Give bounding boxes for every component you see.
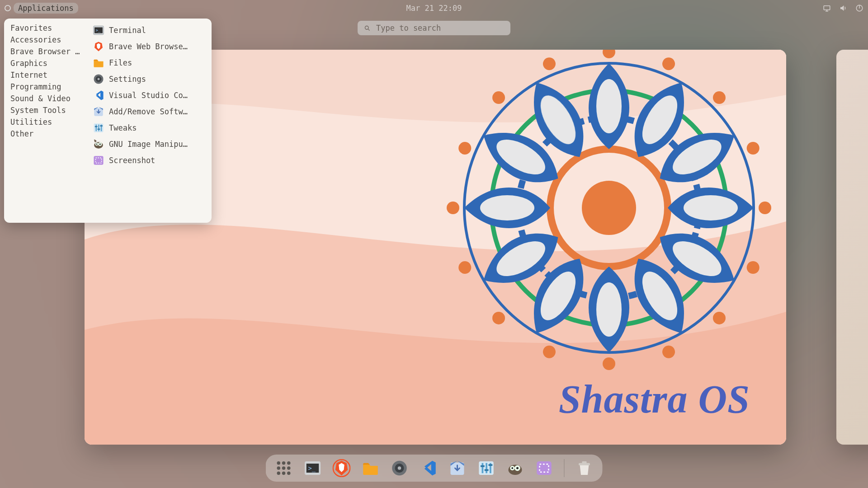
menu-app-brave[interactable]: Brave Web Browse… xyxy=(86,38,212,55)
os-brand-text: Shastra OS xyxy=(559,376,750,422)
category-favorites[interactable]: Favorites xyxy=(4,22,86,34)
menu-app-label: Tweaks xyxy=(109,123,137,132)
svg-rect-53 xyxy=(481,465,485,467)
trash-icon[interactable] xyxy=(576,459,594,477)
menu-app-label: Terminal xyxy=(109,26,146,35)
tweaks-icon xyxy=(93,122,104,134)
apps-grid-icon[interactable] xyxy=(275,459,293,477)
menu-app-label: Screenshot xyxy=(109,156,155,165)
category-sound-video[interactable]: Sound & Video xyxy=(4,93,86,104)
category-brave[interactable]: Brave Browser Be… xyxy=(4,46,86,57)
category-system-tools[interactable]: System Tools xyxy=(4,104,86,116)
svg-point-40 xyxy=(287,472,291,475)
power-icon[interactable] xyxy=(855,4,863,12)
svg-point-16 xyxy=(98,78,100,80)
settings-icon[interactable] xyxy=(391,459,409,477)
gimp-icon[interactable] xyxy=(506,459,524,477)
svg-point-33 xyxy=(282,461,286,465)
svg-point-38 xyxy=(277,472,281,475)
folder-icon[interactable] xyxy=(362,459,380,477)
svg-rect-64 xyxy=(582,461,587,464)
screen-icon[interactable] xyxy=(823,4,831,12)
volume-icon[interactable] xyxy=(839,4,847,12)
screenshot-icon[interactable] xyxy=(535,459,553,477)
menu-app-files[interactable]: Files xyxy=(86,55,212,71)
workspace-preview-next[interactable] xyxy=(836,50,868,445)
svg-rect-61 xyxy=(537,461,552,475)
svg-text:>_: >_ xyxy=(96,28,101,33)
svg-rect-51 xyxy=(486,463,487,474)
menu-app-screenshot[interactable]: Screenshot xyxy=(86,152,212,169)
menu-app-label: Add/Remove Softw… xyxy=(109,107,188,116)
svg-point-60 xyxy=(516,467,519,469)
software-icon[interactable] xyxy=(448,459,467,477)
svg-rect-24 xyxy=(100,125,103,126)
menu-categories: Favorites Accessories Brave Browser Be… … xyxy=(4,19,86,223)
settings-icon xyxy=(93,73,104,85)
svg-point-37 xyxy=(287,466,291,470)
svg-point-34 xyxy=(287,461,291,465)
search-icon xyxy=(364,25,371,32)
vscode-icon xyxy=(93,89,104,101)
svg-rect-50 xyxy=(482,463,484,474)
menu-app-label: Files xyxy=(109,58,132,67)
menu-app-terminal[interactable]: >_ Terminal xyxy=(86,22,212,38)
menu-app-vscode[interactable]: Visual Studio Co… xyxy=(86,87,212,103)
tweaks-icon[interactable] xyxy=(477,459,495,477)
brave-icon xyxy=(93,41,104,52)
category-accessories[interactable]: Accessories xyxy=(4,34,86,46)
svg-point-39 xyxy=(282,472,286,475)
svg-point-29 xyxy=(99,143,101,145)
svg-rect-0 xyxy=(824,6,830,10)
software-icon xyxy=(93,106,104,117)
search-input[interactable]: Type to search xyxy=(358,21,510,35)
svg-text:>_: >_ xyxy=(308,465,316,472)
menu-apps: >_ Terminal Brave Web Browse… Files Sett… xyxy=(86,19,212,223)
category-graphics[interactable]: Graphics xyxy=(4,57,86,69)
svg-point-2 xyxy=(365,26,369,29)
dock: >_ xyxy=(266,455,603,482)
svg-point-28 xyxy=(96,144,98,145)
svg-rect-55 xyxy=(489,464,493,466)
category-programming[interactable]: Programming xyxy=(4,81,86,93)
svg-point-8 xyxy=(582,181,636,235)
brave-icon[interactable] xyxy=(333,459,351,477)
category-other[interactable]: Other xyxy=(4,128,86,140)
menu-app-label: Visual Studio Co… xyxy=(109,91,188,100)
menu-app-settings[interactable]: Settings xyxy=(86,71,212,87)
vscode-icon[interactable] xyxy=(420,459,438,477)
terminal-icon[interactable]: >_ xyxy=(304,459,322,477)
search-placeholder: Type to search xyxy=(376,23,441,33)
menu-app-label: GNU Image Manipu… xyxy=(109,140,188,149)
menu-app-label: Settings xyxy=(109,75,146,84)
top-bar: Applications Mar 21 22:09 xyxy=(0,0,868,16)
svg-point-32 xyxy=(277,461,281,465)
svg-point-59 xyxy=(511,467,513,469)
svg-rect-30 xyxy=(94,156,103,165)
screenshot-icon xyxy=(93,155,104,166)
category-internet[interactable]: Internet xyxy=(4,69,86,81)
svg-point-47 xyxy=(398,466,401,470)
gimp-icon xyxy=(93,138,104,150)
menu-app-label: Brave Web Browse… xyxy=(109,42,188,51)
applications-menu: Favorites Accessories Brave Browser Be… … xyxy=(4,19,212,223)
svg-point-35 xyxy=(277,466,281,470)
terminal-icon: >_ xyxy=(93,24,104,36)
svg-rect-19 xyxy=(96,125,97,131)
svg-rect-54 xyxy=(485,469,489,471)
folder-icon xyxy=(93,57,104,69)
menu-app-tweaks[interactable]: Tweaks xyxy=(86,120,212,136)
clock[interactable]: Mar 21 22:09 xyxy=(406,4,462,13)
svg-point-9 xyxy=(596,79,622,133)
svg-rect-23 xyxy=(98,129,100,130)
menu-app-gimp[interactable]: GNU Image Manipu… xyxy=(86,136,212,152)
activities-icon[interactable] xyxy=(5,5,11,11)
menu-app-software[interactable]: Add/Remove Softw… xyxy=(86,103,212,120)
svg-rect-22 xyxy=(95,126,98,127)
category-utilities[interactable]: Utilities xyxy=(4,116,86,128)
svg-point-36 xyxy=(282,466,286,470)
dock-divider xyxy=(564,459,565,477)
applications-button[interactable]: Applications xyxy=(14,3,78,14)
svg-rect-20 xyxy=(98,125,99,131)
